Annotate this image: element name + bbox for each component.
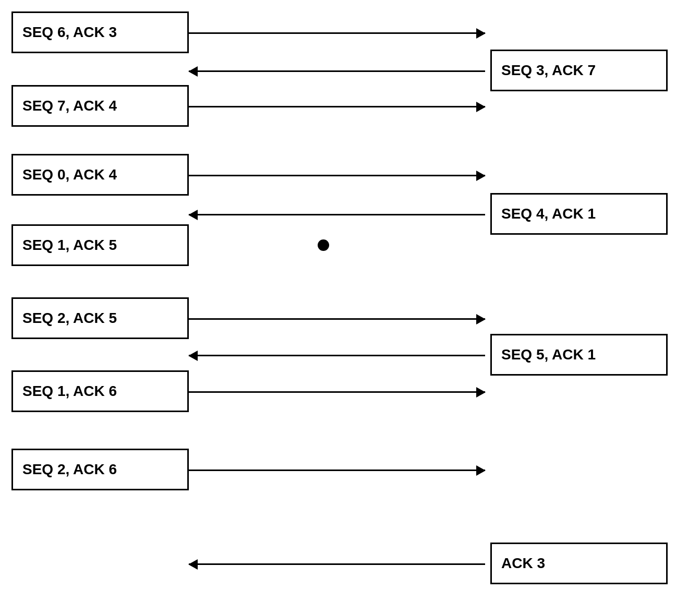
packet-box-b11: ACK 3	[490, 543, 668, 584]
packet-box-b6: SEQ 1, ACK 5	[11, 224, 189, 266]
packet-box-b7: SEQ 2, ACK 5	[11, 297, 189, 339]
packet-box-b10: SEQ 2, ACK 6	[11, 449, 189, 490]
diagram: SEQ 6, ACK 3SEQ 3, ACK 7SEQ 7, ACK 4SEQ …	[0, 0, 700, 602]
packet-box-b4: SEQ 0, ACK 4	[11, 154, 189, 196]
arrow-a10	[189, 563, 485, 565]
arrow-a3	[189, 106, 485, 107]
arrow-a9	[189, 469, 485, 471]
packet-drop-dot	[318, 239, 329, 251]
packet-box-b5: SEQ 4, ACK 1	[490, 193, 668, 235]
packet-box-b1: SEQ 6, ACK 3	[11, 11, 189, 53]
packet-box-b2: SEQ 3, ACK 7	[490, 50, 668, 91]
arrow-a1	[189, 32, 485, 34]
arrow-a7	[189, 355, 485, 356]
arrow-a8	[189, 391, 485, 393]
packet-box-b9: SEQ 1, ACK 6	[11, 370, 189, 412]
arrow-a5	[189, 214, 485, 215]
packet-box-b3: SEQ 7, ACK 4	[11, 85, 189, 127]
packet-box-b8: SEQ 5, ACK 1	[490, 334, 668, 376]
arrow-a2	[189, 70, 485, 72]
arrow-a6	[189, 318, 485, 320]
arrow-a4	[189, 175, 485, 176]
